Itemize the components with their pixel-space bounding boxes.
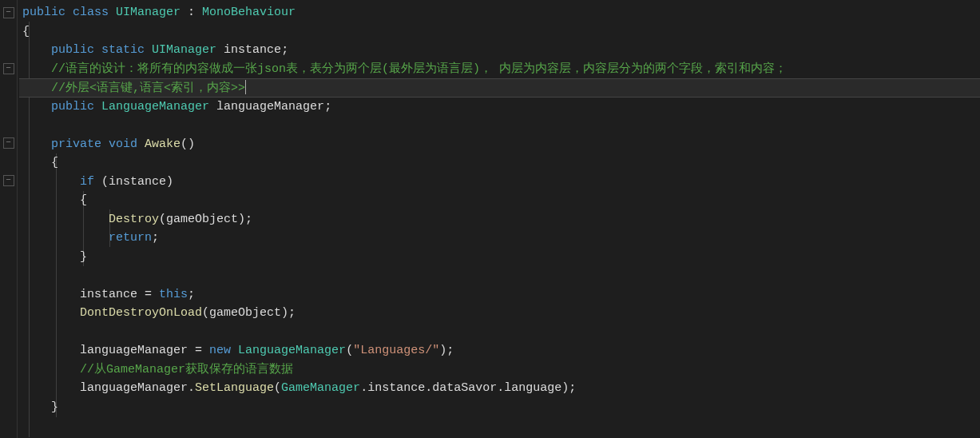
code-line[interactable]: return; <box>19 229 980 248</box>
code-line[interactable]: instance = this; <box>19 285 980 305</box>
code-line[interactable]: languageManager.SetLanguage(GameManager.… <box>19 379 980 398</box>
code-content[interactable]: public class UIManager : MonoBehaviour {… <box>18 0 980 438</box>
fold-gutter: − − − − <box>0 0 18 438</box>
code-line[interactable]: private void Awake() <box>19 135 980 154</box>
code-line[interactable]: //语言的设计：将所有的内容做成一张json表，表分为两个层(最外层为语言层)，… <box>19 60 980 79</box>
code-line[interactable]: public class UIManager : MonoBehaviour <box>19 3 980 22</box>
code-editor[interactable]: − − − − public class UIManager : MonoBeh… <box>0 0 980 438</box>
code-line[interactable]: { <box>19 22 980 42</box>
fold-toggle-icon[interactable]: − <box>3 175 14 186</box>
code-line-blank[interactable] <box>19 323 980 342</box>
code-line[interactable]: if (instance) <box>19 173 980 192</box>
fold-toggle-icon[interactable]: − <box>3 137 14 149</box>
code-line[interactable]: { <box>19 153 980 173</box>
code-line[interactable]: DontDestroyOnLoad(gameObject); <box>19 304 980 323</box>
code-line-blank[interactable] <box>19 266 980 285</box>
code-line[interactable]: public static UIManager instance; <box>19 41 980 60</box>
code-line[interactable]: } <box>19 248 980 267</box>
code-line[interactable]: //从GameManager获取保存的语言数据 <box>19 360 980 380</box>
fold-toggle-icon[interactable]: − <box>3 63 14 74</box>
code-line-active[interactable]: //外层<语言键,语言<索引，内容>> <box>19 78 980 98</box>
code-line[interactable]: Destroy(gameObject); <box>19 210 980 229</box>
code-line[interactable]: { <box>19 191 980 210</box>
code-line[interactable]: languageManager = new LanguageManager("L… <box>19 341 980 360</box>
code-line[interactable]: public LanguageManager languageManager; <box>19 98 980 117</box>
code-line-blank[interactable] <box>19 116 980 135</box>
text-caret <box>245 80 246 94</box>
code-line[interactable]: } <box>19 398 980 417</box>
fold-toggle-icon[interactable]: − <box>3 7 14 18</box>
